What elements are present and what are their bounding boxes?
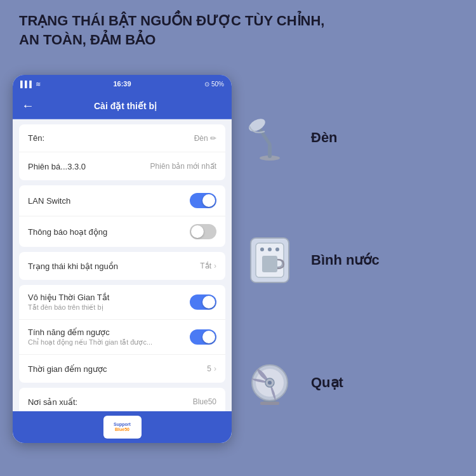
device-fan: Quạt [241, 354, 470, 411]
svg-point-7 [275, 248, 279, 251]
vohieu-label: Vô hiệu Thời Gian Tắt [28, 293, 109, 302]
thongbao-toggle[interactable] [190, 224, 216, 239]
devices-section: Đèn Bình nước [241, 76, 470, 444]
vohieu-wrap: Vô hiệu Thời Gian Tắt Tắt đèn báo trên t… [28, 293, 109, 312]
svg-point-6 [268, 248, 272, 251]
svg-rect-1 [268, 144, 272, 158]
timer-card: Vô hiệu Thời Gian Tắt Tắt đèn báo trên t… [19, 285, 225, 383]
back-button[interactable]: ← [22, 98, 34, 113]
trangthai-value: Tắt › [200, 261, 216, 270]
trangthai-row[interactable]: Trạng thái khi bật nguồn Tắt › [19, 252, 225, 280]
fan-name: Quạt [311, 374, 343, 391]
lamp-name: Đèn [311, 129, 338, 146]
svg-rect-10 [260, 402, 279, 405]
time-display: 16:39 [113, 80, 131, 88]
header-line1: TRẠNG THÁI BẬT NGUỒN ĐƯỢC TÙY CHỈNH, [19, 11, 457, 30]
vohieu-row: Vô hiệu Thời Gian Tắt Tắt đèn báo trên t… [19, 285, 225, 320]
toggle-thumb [202, 194, 215, 207]
ten-value: Đèn ✏ [194, 134, 216, 143]
header-line2: AN TOÀN, ĐẢM BẢO [19, 30, 457, 50]
svg-point-5 [260, 248, 264, 251]
fan-icon [241, 354, 298, 411]
lanswitch-toggle[interactable] [190, 193, 216, 208]
nav-bar: ← Cài đặt thiết bị [13, 93, 232, 119]
tinhnang-toggle[interactable] [190, 329, 216, 345]
trangthai-card: Trạng thái khi bật nguồn Tắt › [19, 252, 225, 280]
page-header: TRẠNG THÁI BẬT NGUỒN ĐƯỢC TÙY CHỈNH, AN … [19, 11, 457, 49]
toggle-thumb-3 [202, 296, 215, 308]
thongbao-row: Thông báo hoạt động [19, 216, 225, 247]
phienban-label: Phiên bá...3.3.0 [28, 162, 86, 171]
toggle-thumb-4 [202, 331, 215, 343]
water-name: Bình nước [311, 252, 380, 268]
noisanxuat-value: Blue50 [193, 397, 216, 406]
water-icon [241, 232, 298, 289]
phienban-row: Phiên bá...3.3.0 Phiên bản mới nhất [19, 152, 225, 180]
chevron-icon: › [214, 261, 216, 270]
device-lamp: Đèn [241, 109, 470, 166]
device-water: Bình nước [241, 232, 470, 289]
lanswitch-label: LAN Switch [28, 196, 70, 206]
lamp-icon [241, 109, 298, 166]
thoigian-value: 5 › [207, 364, 216, 373]
info-card: Tên: Đèn ✏ Phiên bá...3.3.0 Phiên bản mớ… [19, 124, 225, 180]
tinhnang-wrap: Tính năng đếm ngược Chỉ hoạt động nếu Th… [28, 327, 152, 347]
phone-content: Tên: Đèn ✏ Phiên bá...3.3.0 Phiên bản mớ… [13, 119, 232, 443]
logo-text: Support Blue50 [114, 422, 131, 433]
nav-title: Cài đặt thiết bị [41, 101, 210, 111]
phone-mockup: ▌▌▌ ≋ 16:39 ⊙ 50% ← Cài đặt thiết bị Tên… [13, 75, 232, 443]
vohieu-sub: Tắt đèn báo trên thiết bị [28, 303, 109, 312]
lanswitch-row: LAN Switch [19, 185, 225, 216]
tinhnang-sub: Chỉ hoạt động nếu Thời gian tắt được... [28, 338, 152, 347]
thongbao-label: Thông báo hoạt động [28, 227, 107, 237]
toggle-thumb-2 [191, 225, 204, 238]
switch-card: LAN Switch Thông báo hoạt động [19, 185, 225, 247]
noisanxuat-label: Nơi sản xuất: [28, 397, 77, 407]
tinhnang-label: Tính năng đếm ngược [28, 327, 152, 337]
phienban-value: Phiên bản mới nhất [150, 162, 216, 171]
thoigian-chevron: › [214, 364, 216, 373]
ten-label: Tên: [28, 133, 44, 143]
phone-bottom: Support Blue50 [13, 411, 232, 443]
svg-point-15 [268, 381, 272, 385]
status-bar: ▌▌▌ ≋ 16:39 ⊙ 50% [13, 75, 232, 93]
tinhnang-row: Tính năng đếm ngược Chỉ hoạt động nếu Th… [19, 320, 225, 355]
battery-icon: ⊙ 50% [204, 81, 224, 88]
thoigian-label: Thời gian đếm ngược [28, 364, 107, 374]
trangthai-label: Trạng thái khi bật nguồn [28, 261, 118, 271]
thoigian-row[interactable]: Thời gian đếm ngược 5 › [19, 355, 225, 383]
vohieu-toggle[interactable] [190, 294, 216, 310]
svg-rect-8 [262, 256, 277, 272]
signal-icon: ▌▌▌ ≋ [20, 81, 41, 88]
logo-box: Support Blue50 [103, 416, 142, 439]
ten-row: Tên: Đèn ✏ [19, 124, 225, 152]
